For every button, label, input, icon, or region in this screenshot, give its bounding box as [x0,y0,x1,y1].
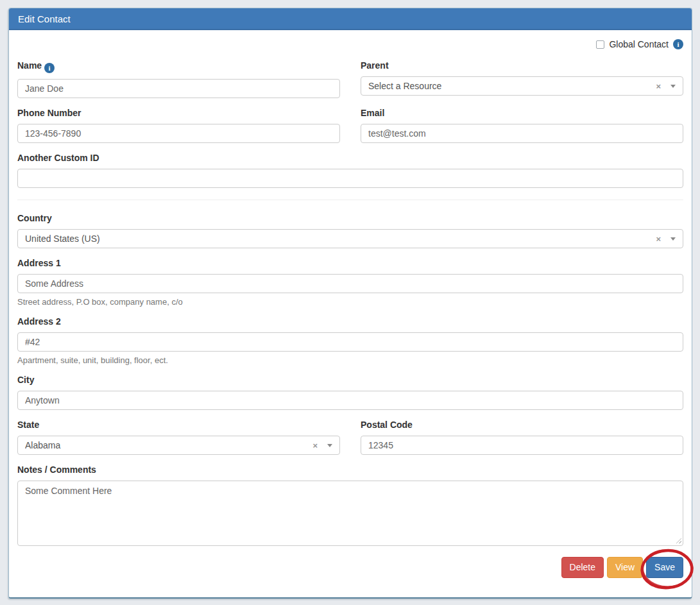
custom-id-label: Another Custom ID [17,153,683,163]
edit-contact-panel: Edit Contact Global Contact i Name i Par… [8,8,692,599]
city-field-group: City [17,375,683,410]
email-input[interactable] [361,124,683,143]
email-label: Email [361,108,683,118]
city-label: City [17,375,683,385]
address2-field-group: Address 2 Apartment, suite, unit, buildi… [17,317,683,365]
postal-code-label: Postal Code [361,420,683,430]
view-button[interactable]: View [607,557,643,578]
custom-id-field-group: Another Custom ID [17,153,683,188]
parent-label: Parent [361,61,683,71]
postal-code-field-group: Postal Code [361,420,683,455]
custom-id-input[interactable] [17,169,683,188]
info-icon[interactable]: i [44,63,55,73]
clear-icon[interactable]: × [312,441,318,450]
address2-help-text: Apartment, suite, unit, building, floor,… [17,355,683,365]
country-label: Country [17,214,683,223]
notes-textarea[interactable]: Some Comment Here [17,481,683,546]
country-select-value: United States (US) [25,234,656,244]
global-contact-row: Global Contact i [17,38,683,51]
parent-select[interactable]: Select a Resource × [361,76,683,96]
phone-input[interactable] [17,124,340,143]
chevron-down-icon [327,444,332,447]
global-contact-label: Global Contact [609,39,669,49]
delete-button[interactable]: Delete [561,557,604,578]
state-label: State [17,420,340,430]
global-contact-checkbox[interactable] [596,40,604,49]
country-field-group: Country United States (US) × [17,214,683,248]
phone-label: Phone Number [17,108,340,118]
parent-field-group: Parent Select a Resource × [361,61,683,98]
city-input[interactable] [17,391,683,410]
address2-input[interactable] [17,332,683,352]
state-select[interactable]: Alabama × [17,436,340,455]
name-label: Name i [17,61,340,73]
section-divider [17,200,683,200]
name-input[interactable] [17,79,340,98]
save-button[interactable]: Save [646,557,683,578]
state-field-group: State Alabama × [17,420,340,455]
clear-icon[interactable]: × [656,82,661,90]
form-actions: Delete View Save [17,557,683,578]
address1-label: Address 1 [17,259,683,268]
notes-field-group: Notes / Comments Some Comment Here [17,465,683,546]
notes-label: Notes / Comments [17,465,683,475]
country-select[interactable]: United States (US) × [17,229,683,248]
postal-code-input[interactable] [361,436,683,455]
state-select-value: Alabama [25,440,312,450]
edit-contact-form: Global Contact i Name i Parent Select a … [9,38,692,578]
email-field-group: Email [361,108,683,143]
chevron-down-icon [670,85,676,88]
panel-title: Edit Contact [9,8,692,30]
phone-field-group: Phone Number [17,108,340,143]
address2-label: Address 2 [17,317,683,327]
address1-help-text: Street address, P.O box, company name, c… [17,297,683,307]
clear-icon[interactable]: × [656,235,661,243]
address1-input[interactable] [17,274,683,293]
info-icon[interactable]: i [673,39,683,49]
name-field-group: Name i [17,61,340,98]
chevron-down-icon [670,237,676,241]
address1-field-group: Address 1 Street address, P.O box, compa… [17,259,683,307]
parent-select-value: Select a Resource [368,81,656,91]
